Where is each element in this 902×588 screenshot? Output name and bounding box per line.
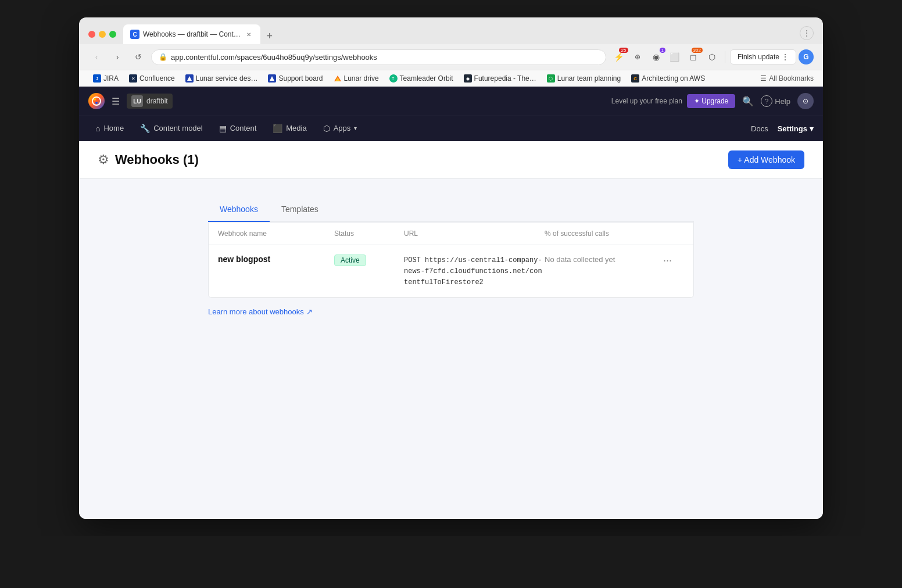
content-icon: ▤ xyxy=(219,124,227,133)
search-icon[interactable]: 🔍 xyxy=(742,96,754,107)
all-bookmarks[interactable]: ☰ All Bookmarks xyxy=(760,74,814,83)
space-initials: LU xyxy=(131,95,143,107)
extensions-badge: 25 xyxy=(619,48,628,53)
futurepedia-icon: ◆ xyxy=(464,74,472,83)
upgrade-prompt: Level up your free plan ✦ Upgrade xyxy=(611,94,735,108)
support-board-icon xyxy=(268,74,276,83)
nav-home-label: Home xyxy=(103,124,124,132)
webhook-success-cell: No data collected yet xyxy=(545,254,661,264)
help-icon[interactable]: ? Help xyxy=(761,95,790,107)
bookmark-futurepedia[interactable]: ◆ Futurepedia - The… xyxy=(459,73,541,84)
apps-icon: ⬡ xyxy=(323,124,330,133)
webhook-actions-cell[interactable]: ··· xyxy=(661,254,684,267)
bookmark-teamleader[interactable]: T Teamleader Orbit xyxy=(385,73,458,84)
nav-content[interactable]: ▤ Content xyxy=(212,116,264,142)
space-badge[interactable]: LU draftbit xyxy=(127,94,173,109)
tab-title: Webhooks — draftbit — Cont… xyxy=(143,30,241,38)
tab-templates[interactable]: Templates xyxy=(270,198,330,222)
svg-point-8 xyxy=(95,102,98,104)
hamburger-menu[interactable]: ☰ xyxy=(112,96,120,107)
bookmark-confluence[interactable]: ✕ Confluence xyxy=(124,73,180,84)
settings-link[interactable]: Settings ▾ xyxy=(778,124,814,133)
bookmark-architecting[interactable]: C Architecting on AWS xyxy=(627,73,710,84)
aws-icon: C xyxy=(631,74,639,83)
apps-chevron-icon: ▾ xyxy=(354,125,357,131)
webhook-status-cell: Active xyxy=(334,254,404,266)
bookmark-lunar-service[interactable]: Lunar service des… xyxy=(181,73,263,84)
bookmark-support-board[interactable]: Support board xyxy=(263,73,327,84)
success-rate: No data collected yet xyxy=(545,255,615,264)
svg-point-7 xyxy=(97,98,99,101)
lunar-team-icon: ⬡ xyxy=(547,74,555,83)
media-icon: ⬛ xyxy=(273,124,282,133)
nav-content-model[interactable]: 🔧 Content model xyxy=(133,116,210,142)
traffic-lights xyxy=(88,31,116,38)
nav-apps[interactable]: ⬡ Apps ▾ xyxy=(316,116,364,142)
support-board-label: Support board xyxy=(278,74,323,83)
learn-more-link[interactable]: Learn more about webhooks ↗ xyxy=(208,307,313,316)
url-text: app.contentful.com/spaces/6uu4ho85uq9y/s… xyxy=(171,53,599,62)
user-avatar[interactable]: ⊙ xyxy=(797,93,814,109)
teamleader-icon: T xyxy=(389,74,398,83)
table-row[interactable]: new blogpost Active POST https://us-cent… xyxy=(209,245,693,297)
bookmark-lunar-drive[interactable]: Lunar drive xyxy=(329,73,384,84)
active-tab[interactable]: C Webhooks — draftbit — Cont… ✕ xyxy=(123,24,260,44)
back-button[interactable]: ‹ xyxy=(88,49,105,65)
svg-point-6 xyxy=(94,98,96,101)
lunar-service-icon xyxy=(185,74,194,83)
close-tab-button[interactable]: ✕ xyxy=(244,30,253,39)
learn-more-label: Learn more about webhooks xyxy=(208,307,304,316)
more-options-button[interactable]: ··· xyxy=(661,254,674,266)
jira-icon: J xyxy=(93,74,101,83)
toolbar-actions: ⚡ 25 ⊕ ◉ 1 ⬜ ◻ 302 ⬡ Finish update ⋮ G xyxy=(611,49,814,65)
upgrade-button[interactable]: ✦ Upgrade xyxy=(687,94,735,108)
cast-icon[interactable]: ⬜ xyxy=(667,49,683,65)
table-header: Webhook name Status URL % of successful … xyxy=(209,223,693,245)
new-tab-button[interactable]: + xyxy=(262,28,278,44)
nav-apps-label: Apps xyxy=(334,124,351,132)
nav-home[interactable]: ⌂ Home xyxy=(88,116,131,142)
bookmark-lunar-team[interactable]: ⬡ Lunar team planning xyxy=(542,73,625,84)
finish-update-chevron: ⋮ xyxy=(782,53,789,61)
col-header-url: URL xyxy=(404,230,545,238)
webhook-name: new blogpost xyxy=(218,254,270,264)
tab-favicon: C xyxy=(130,30,139,39)
webhook-url: POST https://us-central1-company-news-f7… xyxy=(404,256,542,286)
bookmarks-bar: J JIRA ✕ Confluence Lunar service des… S… xyxy=(79,70,823,87)
confluence-icon: ✕ xyxy=(129,74,137,83)
nav-media[interactable]: ⬛ Media xyxy=(266,116,313,142)
chrome-menu-button[interactable]: ⋮ xyxy=(800,26,814,40)
home-icon: ⌂ xyxy=(95,124,100,133)
docs-link[interactable]: Docs xyxy=(751,124,768,133)
refresh-button[interactable]: ↺ xyxy=(130,49,146,65)
nav-media-label: Media xyxy=(286,124,306,132)
bookmark-jira[interactable]: J JIRA xyxy=(88,73,123,84)
close-window-button[interactable] xyxy=(88,31,95,38)
page-header: ⚙ Webhooks (1) + Add Webhook xyxy=(79,141,823,179)
nav-content-label: Content xyxy=(230,124,257,132)
address-bar[interactable]: 🔒 app.contentful.com/spaces/6uu4ho85uq9y… xyxy=(151,49,606,65)
finish-update-button[interactable]: Finish update ⋮ xyxy=(730,49,796,64)
nav-content-model-label: Content model xyxy=(153,124,203,132)
col-header-actions xyxy=(661,230,684,238)
page-title: Webhooks (1) xyxy=(115,152,199,167)
chrome-extension-1[interactable]: ⊕ xyxy=(629,49,646,65)
tab-webhooks[interactable]: Webhooks xyxy=(208,198,270,222)
main-area: Webhooks Templates Webhook name Status U… xyxy=(189,179,713,335)
contentful-logo[interactable] xyxy=(88,93,105,109)
status-badge: Active xyxy=(334,254,366,266)
webhook-url-cell: POST https://us-central1-company-news-f7… xyxy=(404,254,545,288)
app-topnav-right: Docs Settings ▾ xyxy=(751,124,814,133)
user-avatar-chrome[interactable]: G xyxy=(799,49,814,64)
page-content: ⚙ Webhooks (1) + Add Webhook Webhooks Te… xyxy=(79,141,823,519)
browser-toolbar: ‹ › ↺ 🔒 app.contentful.com/spaces/6uu4ho… xyxy=(79,44,823,70)
svg-marker-1 xyxy=(270,76,274,81)
divider xyxy=(725,51,725,63)
app-container: ☰ LU draftbit Level up your free plan ✦ … xyxy=(79,87,823,519)
forward-button[interactable]: › xyxy=(109,49,126,65)
chrome-extension-4[interactable]: ⬡ xyxy=(704,49,720,65)
add-webhook-button[interactable]: + Add Webhook xyxy=(728,150,804,169)
minimize-window-button[interactable] xyxy=(99,31,106,38)
page-title-area: ⚙ Webhooks (1) xyxy=(98,152,199,167)
maximize-window-button[interactable] xyxy=(109,31,116,38)
